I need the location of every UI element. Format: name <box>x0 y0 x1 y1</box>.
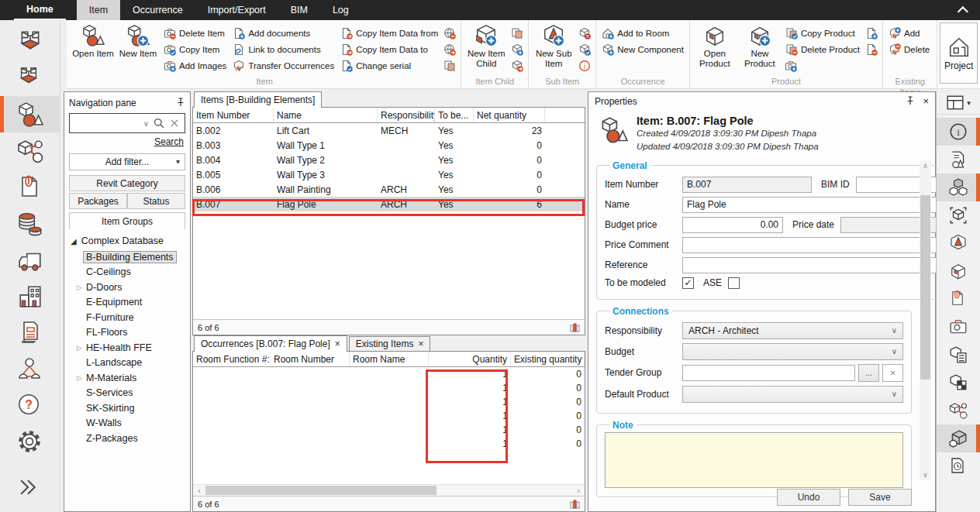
sidebar-item-organization[interactable] <box>0 351 60 387</box>
table-row-selected[interactable]: B.007Flag PoleARCHYes6 <box>193 197 585 211</box>
column-header-name[interactable]: Name <box>274 108 378 122</box>
add-to-room-button[interactable]: Add to Room <box>599 25 686 41</box>
toolbar-item-products[interactable] <box>937 257 980 285</box>
column-chart-icon[interactable] <box>570 499 580 509</box>
packages-button[interactable]: Packages <box>69 193 127 209</box>
undo-button[interactable]: Undo <box>777 489 840 506</box>
browse-button[interactable]: ... <box>858 364 879 382</box>
close-panel-icon[interactable]: × <box>923 95 929 107</box>
tree-node-sk-skirting[interactable]: SK-Skirting <box>69 400 185 416</box>
occurrences-tab[interactable]: Occurrences [B.007: Flag Pole]× <box>194 335 347 352</box>
new-item-button[interactable]: New Item <box>116 22 160 59</box>
sidebar-item-documents[interactable] <box>0 169 60 205</box>
tree-node-b-building-elements[interactable]: B-Building Elements <box>69 249 185 265</box>
existing-items-tab[interactable]: Existing Items× <box>349 336 431 352</box>
table-row[interactable]: B.003Wall Type 1Yes0 <box>193 138 585 153</box>
sidebar-item-finances[interactable] <box>0 205 60 242</box>
note-textarea[interactable] <box>605 432 903 488</box>
toolbar-item-connections[interactable] <box>937 397 980 424</box>
tender-group-field[interactable] <box>682 365 855 381</box>
item-child-list-button[interactable] <box>509 25 525 41</box>
budget-dropdown[interactable]: ∨ <box>682 343 903 360</box>
clear-icon[interactable]: × <box>882 364 903 382</box>
scrollbar-thumb[interactable] <box>205 486 437 495</box>
tree-collapsed-icon[interactable]: ▷ <box>77 283 82 291</box>
table-row[interactable]: B.006Wall PaintingARCHYes0 <box>193 182 585 197</box>
sidebar-item-help[interactable] <box>0 387 60 424</box>
pin-icon[interactable] <box>176 98 185 108</box>
tree-node-m-materials[interactable]: ▷M-Materials <box>69 370 185 386</box>
search-input[interactable]: ∨ <box>69 113 185 133</box>
product-doc-remove-button[interactable] <box>864 41 879 57</box>
tree-node-s-services[interactable]: S-Services <box>69 386 185 401</box>
delete-item-button[interactable]: Delete Item <box>161 25 229 41</box>
column-header-existing-quantity[interactable]: Existing quantity <box>511 352 585 366</box>
table-row[interactable]: 10 <box>193 381 585 395</box>
new-sub-item-button[interactable]: New Sub Item <box>532 22 575 69</box>
tab-import-export[interactable]: Import/Export <box>195 0 278 20</box>
table-row[interactable]: B.004Wall Type 2Yes0 <box>193 153 585 167</box>
column-header-responsibility[interactable]: Responsibility <box>378 108 435 122</box>
item-groups-tab[interactable]: Item Groups <box>69 212 185 229</box>
responsibility-dropdown[interactable]: ARCH - Architect∨ <box>682 322 903 339</box>
column-header-net-quantity[interactable]: Net quantity <box>474 108 545 122</box>
table-row[interactable]: 10 <box>193 409 585 423</box>
change-serial-button[interactable]: Change serial <box>338 57 440 74</box>
items-tab[interactable]: Items [B-Building Elements] <box>194 91 322 108</box>
toolbar-item-codes[interactable] <box>937 369 980 397</box>
tree-node-l-landscape[interactable]: L-Landscape <box>69 356 185 371</box>
toolbar-item-classification[interactable] <box>937 341 980 369</box>
tree-node-fl-floors[interactable]: FL-Floors <box>69 325 185 341</box>
sidebar-item-room-data[interactable] <box>0 60 60 96</box>
copy-item-data-from-button[interactable]: Copy Item Data from <box>338 25 440 41</box>
tree-collapsed-icon[interactable]: ▷ <box>77 344 82 352</box>
toolbar-item-components[interactable] <box>937 174 980 201</box>
toolbar-item-data-sheet[interactable] <box>937 146 980 174</box>
close-tab-icon[interactable]: × <box>418 339 423 349</box>
item-number-field[interactable] <box>682 177 812 193</box>
to-be-modeled-checkbox[interactable]: ✓ <box>682 277 694 289</box>
item-child-add-button[interactable] <box>509 41 525 57</box>
toolbar-item-bim-model[interactable] <box>937 201 980 229</box>
tab-home[interactable]: Home <box>14 0 66 20</box>
ase-checkbox[interactable] <box>728 277 740 289</box>
add-images-button[interactable]: Add Images <box>161 57 229 74</box>
web-link-button[interactable] <box>442 41 457 57</box>
sidebar-item-reports[interactable] <box>0 314 60 351</box>
default-product-dropdown[interactable]: ∨ <box>682 386 903 403</box>
copy-item-data-to-button[interactable]: Copy Item Data to <box>338 41 440 57</box>
product-images-button[interactable] <box>783 57 862 74</box>
scroll-right-icon[interactable]: › <box>572 486 585 495</box>
revit-category-button[interactable]: Revit Category <box>69 175 185 191</box>
tree-node-complex-database[interactable]: ◢ Complex Database <box>69 234 185 249</box>
sub-item-check-button[interactable] <box>577 41 592 57</box>
pin-icon[interactable] <box>906 96 915 107</box>
existing-delete-button[interactable]: Delete <box>886 41 932 57</box>
tab-occurrence[interactable]: Occurrence <box>120 0 195 20</box>
new-component-button[interactable]: New Component <box>599 41 686 57</box>
tree-collapsed-icon[interactable]: ▷ <box>77 374 82 382</box>
tab-bim[interactable]: BIM <box>278 0 320 20</box>
add-filter-dropdown[interactable]: Add filter... ▾ <box>69 153 185 170</box>
toolbar-item-documents[interactable] <box>937 285 980 313</box>
column-header-room-function[interactable]: Room Function #: <box>193 352 271 366</box>
toolbar-item-images[interactable] <box>937 313 980 341</box>
copy-item-button[interactable]: Copy Item <box>161 41 229 57</box>
tree-node-d-doors[interactable]: ▷D-Doors <box>69 280 185 295</box>
item-child-transfer-button[interactable] <box>509 57 525 74</box>
tree-node-f-furniture[interactable]: F-Furniture <box>69 310 185 325</box>
layout-selector-button[interactable]: ▾ <box>937 91 980 115</box>
column-header-room-number[interactable]: Room Number <box>271 352 350 366</box>
toolbar-item-info[interactable] <box>937 118 980 146</box>
sidebar-item-settings[interactable] <box>0 424 60 460</box>
sub-item-info-button[interactable] <box>577 57 592 74</box>
copy-pages-button[interactable] <box>442 57 457 74</box>
toolbar-item-history[interactable] <box>937 452 980 480</box>
table-row[interactable]: B.002Lift CartMECHYes23 <box>193 123 585 138</box>
add-documents-button[interactable]: Add documents <box>230 25 336 41</box>
sub-item-delete-button[interactable] <box>577 25 592 41</box>
product-doc-add-button[interactable] <box>864 25 879 41</box>
search-scope-chevron-icon[interactable]: ∨ <box>143 119 149 128</box>
save-button[interactable]: Save <box>848 489 912 506</box>
column-header-quantity[interactable]: Quantity <box>429 352 511 366</box>
